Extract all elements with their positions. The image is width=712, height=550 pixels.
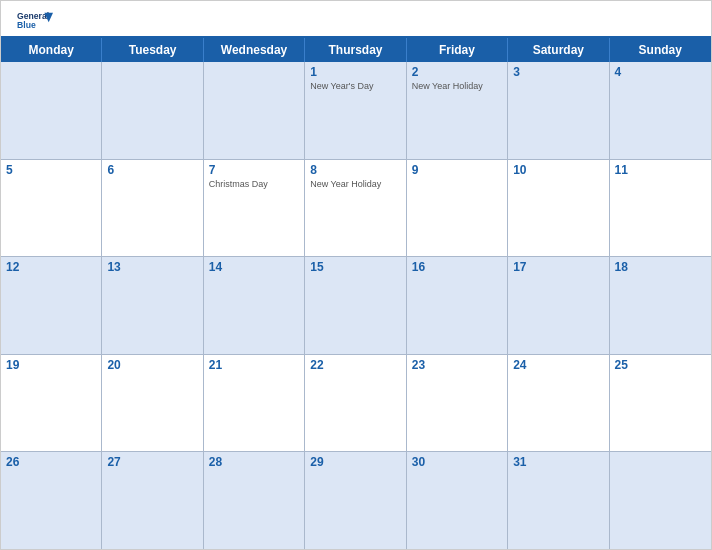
day-number: 30	[412, 455, 502, 469]
day-cell-14: 14	[204, 257, 305, 354]
day-cell-7: 7Christmas Day	[204, 160, 305, 257]
day-header-thursday: Thursday	[305, 38, 406, 62]
day-cell-23: 23	[407, 355, 508, 452]
week-row-1: 1New Year's Day2New Year Holiday34	[1, 62, 711, 160]
day-cell-29: 29	[305, 452, 406, 549]
day-number: 27	[107, 455, 197, 469]
day-number: 13	[107, 260, 197, 274]
day-header-monday: Monday	[1, 38, 102, 62]
week-row-3: 12131415161718	[1, 257, 711, 355]
day-cell-26: 26	[1, 452, 102, 549]
logo-icon: General Blue	[17, 9, 53, 31]
day-number: 2	[412, 65, 502, 79]
day-number: 3	[513, 65, 603, 79]
day-number: 12	[6, 260, 96, 274]
day-number: 8	[310, 163, 400, 177]
holiday-label: New Year's Day	[310, 81, 400, 92]
day-cell-16: 16	[407, 257, 508, 354]
day-cell-24: 24	[508, 355, 609, 452]
day-cell-25: 25	[610, 355, 711, 452]
day-cell-11: 11	[610, 160, 711, 257]
day-number: 11	[615, 163, 706, 177]
day-cell-10: 10	[508, 160, 609, 257]
day-number: 24	[513, 358, 603, 372]
day-cell-1: 1New Year's Day	[305, 62, 406, 159]
day-cell-12: 12	[1, 257, 102, 354]
day-number: 6	[107, 163, 197, 177]
day-cell-17: 17	[508, 257, 609, 354]
day-number: 15	[310, 260, 400, 274]
day-cell-4: 4	[610, 62, 711, 159]
day-cell-8: 8New Year Holiday	[305, 160, 406, 257]
day-number: 5	[6, 163, 96, 177]
day-number: 19	[6, 358, 96, 372]
day-number: 1	[310, 65, 400, 79]
logo: General Blue	[17, 9, 53, 32]
day-cell-30: 30	[407, 452, 508, 549]
day-cell-2: 2New Year Holiday	[407, 62, 508, 159]
day-number: 14	[209, 260, 299, 274]
day-number: 25	[615, 358, 706, 372]
day-cell-empty-0	[1, 62, 102, 159]
page-header: General Blue	[1, 1, 711, 36]
day-number: 21	[209, 358, 299, 372]
day-number: 7	[209, 163, 299, 177]
svg-text:General: General	[17, 11, 49, 21]
day-cell-6: 6	[102, 160, 203, 257]
day-number: 23	[412, 358, 502, 372]
week-row-2: 567Christmas Day8New Year Holiday91011	[1, 160, 711, 258]
week-row-4: 19202122232425	[1, 355, 711, 453]
day-cell-22: 22	[305, 355, 406, 452]
calendar-page: General Blue MondayTuesdayWednesdayThurs…	[0, 0, 712, 550]
day-cell-21: 21	[204, 355, 305, 452]
holiday-label: Christmas Day	[209, 179, 299, 190]
svg-text:Blue: Blue	[17, 20, 36, 30]
week-row-5: 262728293031	[1, 452, 711, 549]
day-header-sunday: Sunday	[610, 38, 711, 62]
day-cell-5: 5	[1, 160, 102, 257]
day-cell-empty-1	[102, 62, 203, 159]
day-number: 18	[615, 260, 706, 274]
holiday-label: New Year Holiday	[310, 179, 400, 190]
day-number: 22	[310, 358, 400, 372]
day-cell-15: 15	[305, 257, 406, 354]
day-cell-empty-2	[204, 62, 305, 159]
day-header-friday: Friday	[407, 38, 508, 62]
day-number: 9	[412, 163, 502, 177]
day-header-wednesday: Wednesday	[204, 38, 305, 62]
day-cell-empty-6	[610, 452, 711, 549]
day-number: 28	[209, 455, 299, 469]
day-number: 16	[412, 260, 502, 274]
day-number: 17	[513, 260, 603, 274]
day-number: 4	[615, 65, 706, 79]
day-number: 26	[6, 455, 96, 469]
day-cell-20: 20	[102, 355, 203, 452]
day-cell-31: 31	[508, 452, 609, 549]
day-number: 31	[513, 455, 603, 469]
day-cell-19: 19	[1, 355, 102, 452]
day-header-saturday: Saturday	[508, 38, 609, 62]
holiday-label: New Year Holiday	[412, 81, 502, 92]
weeks-container: 1New Year's Day2New Year Holiday34567Chr…	[1, 62, 711, 549]
day-headers-row: MondayTuesdayWednesdayThursdayFridaySatu…	[1, 38, 711, 62]
day-header-tuesday: Tuesday	[102, 38, 203, 62]
day-number: 10	[513, 163, 603, 177]
day-cell-3: 3	[508, 62, 609, 159]
day-cell-28: 28	[204, 452, 305, 549]
day-cell-13: 13	[102, 257, 203, 354]
day-number: 29	[310, 455, 400, 469]
day-cell-27: 27	[102, 452, 203, 549]
day-cell-18: 18	[610, 257, 711, 354]
calendar-grid: MondayTuesdayWednesdayThursdayFridaySatu…	[1, 36, 711, 549]
day-number: 20	[107, 358, 197, 372]
day-cell-9: 9	[407, 160, 508, 257]
